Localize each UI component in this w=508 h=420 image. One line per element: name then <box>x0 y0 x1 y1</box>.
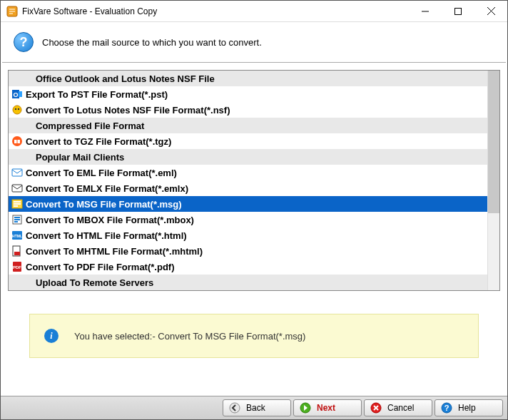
window-title: FixVare Software - Evaluation Copy <box>22 6 409 16</box>
svg-rect-21 <box>14 217 20 218</box>
list-item-label: Convert To Lotus Notes NSF File Format(*… <box>26 105 230 116</box>
list-item-label: Compressed File Format <box>26 121 144 131</box>
list-item-label: Convert to TGZ File Format(*.tgz) <box>26 136 171 147</box>
list-item[interactable]: HTMLConvert To HTML File Format(*.html) <box>9 227 487 243</box>
cancel-icon <box>370 402 382 414</box>
svg-text:HTML: HTML <box>12 234 22 238</box>
format-listbox: Office Outlook and Lotus Notes NSF FileO… <box>8 70 500 291</box>
svg-rect-14 <box>12 169 22 176</box>
list-item-label: Convert To MHTML File Format(*.mhtml) <box>26 246 203 257</box>
svg-rect-18 <box>14 203 21 205</box>
back-icon <box>229 402 240 414</box>
list-item[interactable]: Convert To MSG File Format(*.msg) <box>9 196 487 212</box>
html-icon: HTML <box>11 230 23 241</box>
list-item[interactable]: PDFConvert To PDF File Format(*.pdf) <box>9 259 487 275</box>
next-icon <box>300 402 311 414</box>
list-group-header: Popular Mail Clients <box>9 149 487 165</box>
eml-icon <box>11 167 23 178</box>
list-item-label: Convert To EMLX File Format(*.emlx) <box>26 183 188 194</box>
info-message: You have selected:- Convert To MSG File … <box>74 331 305 342</box>
svg-rect-17 <box>14 201 21 203</box>
next-label: Next <box>317 403 335 413</box>
info-icon: i <box>44 329 59 343</box>
list-item[interactable]: Convert To EMLX File Format(*.emlx) <box>9 180 487 196</box>
list-item[interactable]: OExport To PST File Format(*.pst) <box>9 86 487 102</box>
lotus-icon <box>11 104 23 116</box>
svg-text:O: O <box>13 91 18 98</box>
back-label: Back <box>246 403 265 413</box>
scrollbar[interactable] <box>487 71 499 290</box>
list-item-label: Convert To PDF File Format(*.pdf) <box>26 262 174 272</box>
svg-rect-19 <box>14 205 18 207</box>
svg-rect-27 <box>14 252 20 255</box>
minimize-button[interactable] <box>409 1 442 22</box>
header-prompt: Choose the mail source to which you want… <box>42 37 262 48</box>
list-item-label: Upload To Remote Servers <box>26 277 153 288</box>
svg-rect-2 <box>455 8 462 14</box>
help-label: Help <box>458 403 476 413</box>
help-icon: ? <box>441 402 452 414</box>
help-button[interactable]: ? Help <box>435 399 503 416</box>
list-group-header: Compressed File Format <box>9 118 487 133</box>
list-item[interactable]: Convert to TGZ File Format(*.tgz) <box>9 133 487 149</box>
svg-point-30 <box>230 403 240 413</box>
cancel-label: Cancel <box>387 403 414 413</box>
tgz-icon <box>11 135 23 147</box>
mbox-icon <box>11 214 23 225</box>
list-item-label: Convert To HTML File Format(*.html) <box>26 230 187 241</box>
next-button[interactable]: Next <box>293 399 362 416</box>
header: ? Choose the mail source to which you wa… <box>1 22 507 62</box>
mhtml-icon <box>11 245 23 257</box>
back-button[interactable]: Back <box>223 399 291 416</box>
maximize-button[interactable] <box>442 1 474 22</box>
svg-text:PDF: PDF <box>13 265 21 270</box>
msg-icon <box>11 198 23 210</box>
footer: Back Next Cancel ? Help <box>1 396 507 419</box>
svg-point-10 <box>18 108 19 110</box>
list-item-label: Convert To MSG File Format(*.msg) <box>26 199 182 210</box>
list-item[interactable]: Convert To MHTML File Format(*.mhtml) <box>9 243 487 259</box>
list-item[interactable]: Convert To MBOX File Format(*.mbox) <box>9 212 487 227</box>
svg-rect-22 <box>14 219 20 220</box>
app-icon <box>6 6 18 17</box>
list-item-label: Office Outlook and Lotus Notes NSF File <box>26 73 215 84</box>
svg-text:?: ? <box>444 404 449 412</box>
list-item[interactable]: Convert To Lotus Notes NSF File Format(*… <box>9 102 487 118</box>
svg-rect-7 <box>19 91 22 97</box>
list-item[interactable]: Convert To EML File Format(*.eml) <box>9 165 487 180</box>
list-item-label: Popular Mail Clients <box>26 152 124 163</box>
svg-rect-23 <box>14 221 18 222</box>
scroll-thumb[interactable] <box>488 71 499 213</box>
svg-point-8 <box>13 106 21 114</box>
list-item-label: Convert To EML File Format(*.eml) <box>26 168 177 178</box>
svg-rect-15 <box>12 185 22 192</box>
titlebar: FixVare Software - Evaluation Copy <box>1 1 507 22</box>
pdf-icon: PDF <box>11 261 23 272</box>
info-panel: i You have selected:- Convert To MSG Fil… <box>29 314 479 358</box>
cancel-button[interactable]: Cancel <box>364 399 432 416</box>
question-icon: ? <box>14 32 34 52</box>
close-button[interactable] <box>474 1 507 22</box>
format-list[interactable]: Office Outlook and Lotus Notes NSF FileO… <box>9 71 487 290</box>
list-group-header: Office Outlook and Lotus Notes NSF File <box>9 71 487 86</box>
outlook-icon: O <box>11 88 23 100</box>
divider <box>2 62 506 63</box>
list-item-label: Convert To MBOX File Format(*.mbox) <box>26 215 194 225</box>
emlx-icon <box>11 183 23 194</box>
list-item-label: Export To PST File Format(*.pst) <box>26 89 168 100</box>
list-group-header: Upload To Remote Servers <box>9 275 487 290</box>
svg-point-9 <box>15 108 16 110</box>
